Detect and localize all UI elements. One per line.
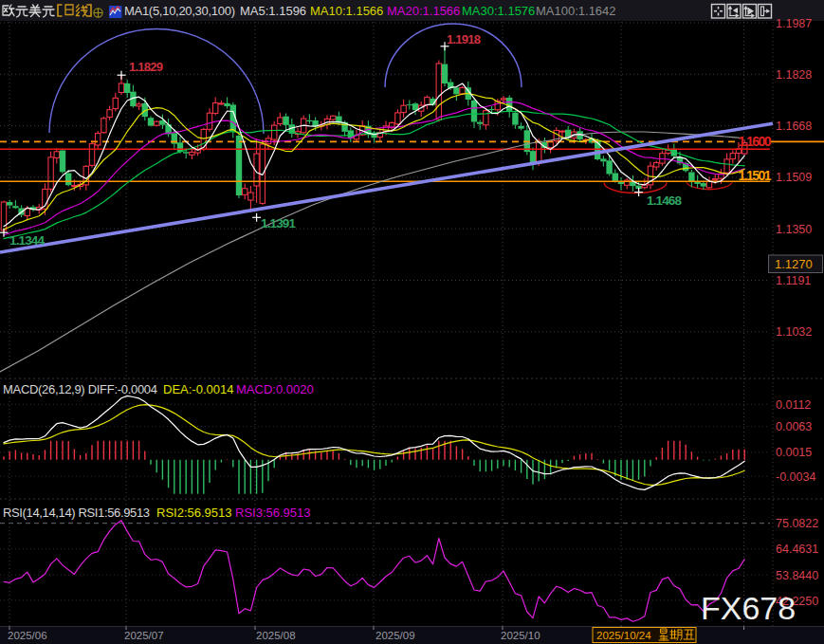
svg-text:2025/07: 2025/07 — [124, 630, 164, 641]
svg-text:75.0822: 75.0822 — [776, 517, 818, 530]
svg-text:MA10:1.1566: MA10:1.1566 — [310, 4, 383, 18]
svg-text:2025/08: 2025/08 — [256, 630, 296, 641]
svg-text:64.4631: 64.4631 — [776, 543, 818, 556]
svg-text:1.1829: 1.1829 — [129, 60, 163, 74]
svg-text:1.1191: 1.1191 — [776, 274, 811, 287]
svg-text:FX678: FX678 — [701, 590, 796, 626]
svg-text:MA1(5,10,20,30,100): MA1(5,10,20,30,100) — [124, 4, 235, 18]
svg-text:1.1344: 1.1344 — [9, 233, 45, 248]
svg-text:MA20:1.1566: MA20:1.1566 — [387, 4, 460, 18]
svg-text:1.1501: 1.1501 — [739, 168, 772, 183]
svg-text:RSI3:56.9513: RSI3:56.9513 — [235, 506, 311, 520]
svg-text:0.0063: 0.0063 — [776, 420, 812, 433]
svg-text:2025/06: 2025/06 — [8, 630, 47, 641]
svg-text:MACD(26,12,9) DIFF:-0.0004: MACD(26,12,9) DIFF:-0.0004 — [3, 382, 157, 396]
svg-text:0.0112: 0.0112 — [776, 398, 811, 412]
svg-text:MACD:0.0020: MACD:0.0020 — [236, 382, 314, 396]
svg-text:1.1270: 1.1270 — [775, 257, 813, 271]
svg-text:-0.0034: -0.0034 — [776, 470, 815, 484]
svg-text:1.1987: 1.1987 — [776, 17, 812, 30]
svg-text:DEA:-0.0014: DEA:-0.0014 — [163, 382, 233, 396]
svg-text:1.1350: 1.1350 — [776, 223, 812, 236]
svg-text:0.0015: 0.0015 — [776, 446, 812, 459]
svg-text:2025/10/24: 2025/10/24 — [596, 630, 651, 641]
svg-text:1.1509: 1.1509 — [776, 171, 812, 184]
svg-text:MA100:1.1642: MA100:1.1642 — [536, 4, 616, 18]
svg-text:MA5:1.1596: MA5:1.1596 — [240, 4, 306, 18]
svg-text:1.1828: 1.1828 — [776, 68, 812, 82]
svg-text:1.1032: 1.1032 — [776, 325, 812, 339]
svg-text:1.1668: 1.1668 — [776, 120, 812, 133]
svg-text:RSI2:56.9513: RSI2:56.9513 — [156, 506, 232, 520]
svg-text:1.1391: 1.1391 — [261, 216, 296, 230]
svg-text:MA30:1.1576: MA30:1.1576 — [462, 4, 535, 18]
svg-text:2025/10: 2025/10 — [501, 630, 540, 641]
svg-text:RSI(14,14,14) RSI1:56.9513: RSI(14,14,14) RSI1:56.9513 — [3, 506, 150, 520]
svg-text:1.1600: 1.1600 — [739, 134, 772, 149]
svg-text:2025/09: 2025/09 — [375, 630, 415, 641]
svg-text:1.1468: 1.1468 — [647, 193, 682, 208]
svg-text:1.1918: 1.1918 — [447, 32, 481, 46]
svg-text:53.8440: 53.8440 — [776, 569, 818, 582]
